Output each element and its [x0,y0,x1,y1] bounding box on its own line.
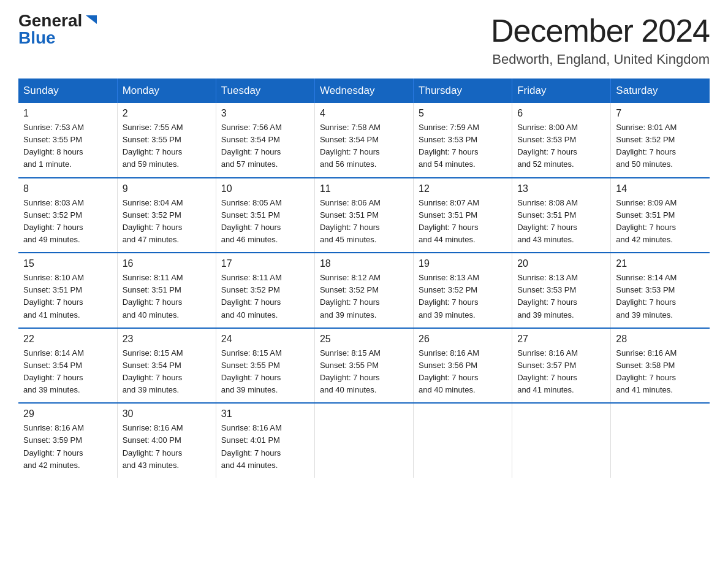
calendar-cell [611,403,710,478]
day-info: Sunrise: 8:15 AM Sunset: 3:55 PM Dayligh… [320,347,408,397]
day-number: 25 [320,334,408,345]
day-info: Sunrise: 8:16 AM Sunset: 3:58 PM Dayligh… [616,347,705,397]
day-number: 28 [616,334,705,345]
day-info: Sunrise: 8:16 AM Sunset: 3:57 PM Dayligh… [517,347,605,397]
day-info: Sunrise: 8:07 AM Sunset: 3:51 PM Dayligh… [419,197,507,247]
calendar-cell: 14Sunrise: 8:09 AM Sunset: 3:51 PM Dayli… [611,178,710,253]
col-header-wednesday: Wednesday [314,79,413,103]
day-info: Sunrise: 8:16 AM Sunset: 3:59 PM Dayligh… [23,422,112,472]
day-info: Sunrise: 8:08 AM Sunset: 3:51 PM Dayligh… [517,197,605,247]
day-info: Sunrise: 8:01 AM Sunset: 3:52 PM Dayligh… [616,121,705,171]
col-header-tuesday: Tuesday [216,79,314,103]
col-header-thursday: Thursday [414,79,512,103]
day-info: Sunrise: 8:16 AM Sunset: 4:00 PM Dayligh… [123,422,211,472]
day-info: Sunrise: 8:11 AM Sunset: 3:51 PM Dayligh… [123,272,211,321]
calendar-cell: 24Sunrise: 8:15 AM Sunset: 3:55 PM Dayli… [216,328,314,404]
day-number: 27 [517,334,605,345]
day-info: Sunrise: 8:15 AM Sunset: 3:54 PM Dayligh… [123,347,211,397]
day-number: 12 [419,183,507,194]
calendar-cell: 1Sunrise: 7:53 AM Sunset: 3:55 PM Daylig… [18,103,117,178]
calendar-cell: 23Sunrise: 8:15 AM Sunset: 3:54 PM Dayli… [117,328,216,404]
day-info: Sunrise: 7:59 AM Sunset: 3:53 PM Dayligh… [419,121,507,171]
day-number: 1 [23,108,112,119]
day-info: Sunrise: 8:03 AM Sunset: 3:52 PM Dayligh… [23,197,112,247]
day-number: 10 [221,183,309,194]
day-number: 19 [419,258,507,269]
day-info: Sunrise: 7:55 AM Sunset: 3:55 PM Dayligh… [123,121,211,171]
day-number: 22 [23,334,112,345]
day-number: 14 [616,183,705,194]
logo: General Blue [18,12,98,47]
calendar-cell: 2Sunrise: 7:55 AM Sunset: 3:55 PM Daylig… [117,103,216,178]
calendar-cell: 21Sunrise: 8:14 AM Sunset: 3:53 PM Dayli… [611,253,710,328]
col-header-friday: Friday [512,79,611,103]
calendar-table: SundayMondayTuesdayWednesdayThursdayFrid… [18,79,710,478]
day-info: Sunrise: 8:15 AM Sunset: 3:55 PM Dayligh… [221,347,309,397]
day-number: 7 [616,108,705,119]
calendar-cell: 7Sunrise: 8:01 AM Sunset: 3:52 PM Daylig… [611,103,710,178]
title-area: December 2024 Bedworth, England, United … [491,12,710,67]
location-title: Bedworth, England, United Kingdom [491,52,710,67]
day-info: Sunrise: 8:09 AM Sunset: 3:51 PM Dayligh… [616,197,705,247]
calendar-cell: 31Sunrise: 8:16 AM Sunset: 4:01 PM Dayli… [216,403,314,478]
calendar-cell: 8Sunrise: 8:03 AM Sunset: 3:52 PM Daylig… [18,178,117,253]
day-info: Sunrise: 8:11 AM Sunset: 3:52 PM Dayligh… [221,272,309,321]
day-number: 21 [616,258,705,269]
calendar-cell: 26Sunrise: 8:16 AM Sunset: 3:56 PM Dayli… [414,328,512,404]
calendar-cell: 5Sunrise: 7:59 AM Sunset: 3:53 PM Daylig… [414,103,512,178]
day-number: 6 [517,108,605,119]
day-number: 3 [221,108,309,119]
calendar-cell: 20Sunrise: 8:13 AM Sunset: 3:53 PM Dayli… [512,253,611,328]
calendar-cell [512,403,611,478]
day-info: Sunrise: 7:58 AM Sunset: 3:54 PM Dayligh… [320,121,408,171]
logo-blue: Blue [18,29,56,47]
day-info: Sunrise: 8:12 AM Sunset: 3:52 PM Dayligh… [320,272,408,321]
day-info: Sunrise: 7:56 AM Sunset: 3:54 PM Dayligh… [221,121,309,171]
calendar-cell: 3Sunrise: 7:56 AM Sunset: 3:54 PM Daylig… [216,103,314,178]
day-number: 23 [123,334,211,345]
calendar-cell: 30Sunrise: 8:16 AM Sunset: 4:00 PM Dayli… [117,403,216,478]
calendar-cell: 18Sunrise: 8:12 AM Sunset: 3:52 PM Dayli… [314,253,413,328]
calendar-cell: 17Sunrise: 8:11 AM Sunset: 3:52 PM Dayli… [216,253,314,328]
day-number: 13 [517,183,605,194]
day-info: Sunrise: 8:04 AM Sunset: 3:52 PM Dayligh… [123,197,211,247]
day-number: 17 [221,258,309,269]
calendar-cell: 10Sunrise: 8:05 AM Sunset: 3:51 PM Dayli… [216,178,314,253]
calendar-cell: 15Sunrise: 8:10 AM Sunset: 3:51 PM Dayli… [18,253,117,328]
day-number: 24 [221,334,309,345]
col-header-monday: Monday [117,79,216,103]
day-number: 4 [320,108,408,119]
day-info: Sunrise: 8:14 AM Sunset: 3:53 PM Dayligh… [616,272,705,321]
day-number: 15 [23,258,112,269]
col-header-saturday: Saturday [611,79,710,103]
header: General Blue December 2024 Bedworth, Eng… [18,12,710,67]
calendar-cell: 19Sunrise: 8:13 AM Sunset: 3:52 PM Dayli… [414,253,512,328]
day-info: Sunrise: 8:14 AM Sunset: 3:54 PM Dayligh… [23,347,112,397]
calendar-cell: 16Sunrise: 8:11 AM Sunset: 3:51 PM Dayli… [117,253,216,328]
calendar-cell: 6Sunrise: 8:00 AM Sunset: 3:53 PM Daylig… [512,103,611,178]
day-info: Sunrise: 8:16 AM Sunset: 4:01 PM Dayligh… [221,422,309,472]
day-info: Sunrise: 8:06 AM Sunset: 3:51 PM Dayligh… [320,197,408,247]
day-info: Sunrise: 7:53 AM Sunset: 3:55 PM Dayligh… [23,121,112,171]
calendar-header-row: SundayMondayTuesdayWednesdayThursdayFrid… [18,79,710,103]
calendar-week-row: 8Sunrise: 8:03 AM Sunset: 3:52 PM Daylig… [18,178,710,253]
col-header-sunday: Sunday [18,79,117,103]
logo-triangle-icon [85,13,98,26]
day-info: Sunrise: 8:16 AM Sunset: 3:56 PM Dayligh… [419,347,507,397]
day-info: Sunrise: 8:00 AM Sunset: 3:53 PM Dayligh… [517,121,605,171]
calendar-cell [314,403,413,478]
day-info: Sunrise: 8:05 AM Sunset: 3:51 PM Dayligh… [221,197,309,247]
calendar-week-row: 29Sunrise: 8:16 AM Sunset: 3:59 PM Dayli… [18,403,710,478]
day-number: 18 [320,258,408,269]
day-number: 9 [123,183,211,194]
month-title: December 2024 [491,12,710,49]
calendar-cell: 4Sunrise: 7:58 AM Sunset: 3:54 PM Daylig… [314,103,413,178]
day-number: 16 [123,258,211,269]
calendar-cell: 29Sunrise: 8:16 AM Sunset: 3:59 PM Dayli… [18,403,117,478]
calendar-week-row: 15Sunrise: 8:10 AM Sunset: 3:51 PM Dayli… [18,253,710,328]
day-info: Sunrise: 8:10 AM Sunset: 3:51 PM Dayligh… [23,272,112,321]
day-info: Sunrise: 8:13 AM Sunset: 3:52 PM Dayligh… [419,272,507,321]
calendar-cell: 27Sunrise: 8:16 AM Sunset: 3:57 PM Dayli… [512,328,611,404]
calendar-cell [414,403,512,478]
calendar-cell: 25Sunrise: 8:15 AM Sunset: 3:55 PM Dayli… [314,328,413,404]
